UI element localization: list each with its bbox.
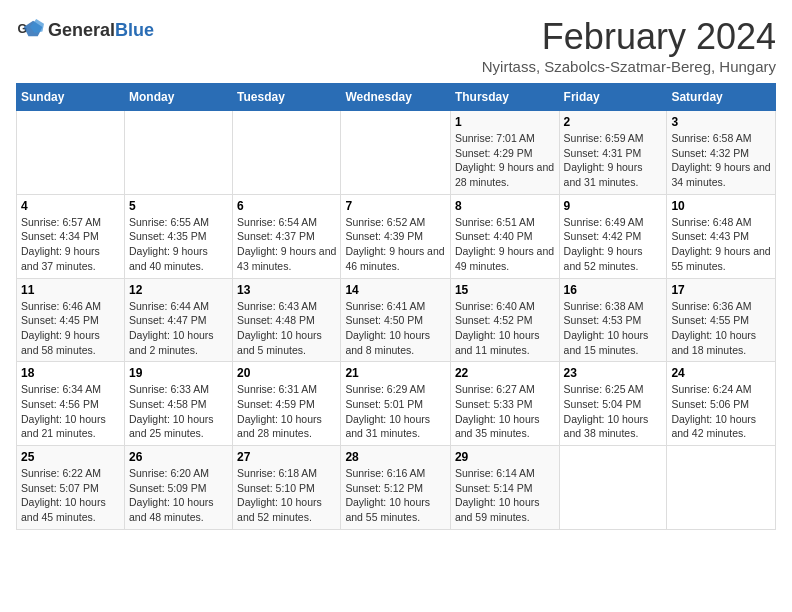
week-row-4: 18Sunrise: 6:34 AM Sunset: 4:56 PM Dayli… [17,362,776,446]
logo-blue: Blue [115,20,154,40]
week-row-5: 25Sunrise: 6:22 AM Sunset: 5:07 PM Dayli… [17,446,776,530]
logo-icon: G [16,16,44,44]
calendar-cell: 3Sunrise: 6:58 AM Sunset: 4:32 PM Daylig… [667,111,776,195]
calendar-cell [667,446,776,530]
calendar-cell: 28Sunrise: 6:16 AM Sunset: 5:12 PM Dayli… [341,446,451,530]
day-number: 17 [671,283,771,297]
calendar-cell: 22Sunrise: 6:27 AM Sunset: 5:33 PM Dayli… [450,362,559,446]
calendar-cell: 10Sunrise: 6:48 AM Sunset: 4:43 PM Dayli… [667,194,776,278]
day-info: Sunrise: 6:51 AM Sunset: 4:40 PM Dayligh… [455,215,555,274]
calendar-cell: 23Sunrise: 6:25 AM Sunset: 5:04 PM Dayli… [559,362,667,446]
calendar-cell: 26Sunrise: 6:20 AM Sunset: 5:09 PM Dayli… [124,446,232,530]
day-number: 28 [345,450,446,464]
day-number: 19 [129,366,228,380]
calendar-cell: 16Sunrise: 6:38 AM Sunset: 4:53 PM Dayli… [559,278,667,362]
day-number: 26 [129,450,228,464]
calendar-cell: 1Sunrise: 7:01 AM Sunset: 4:29 PM Daylig… [450,111,559,195]
day-number: 22 [455,366,555,380]
day-info: Sunrise: 6:55 AM Sunset: 4:35 PM Dayligh… [129,215,228,274]
calendar-cell [341,111,451,195]
day-info: Sunrise: 6:20 AM Sunset: 5:09 PM Dayligh… [129,466,228,525]
calendar-cell: 8Sunrise: 6:51 AM Sunset: 4:40 PM Daylig… [450,194,559,278]
calendar-cell [559,446,667,530]
calendar-body: 1Sunrise: 7:01 AM Sunset: 4:29 PM Daylig… [17,111,776,530]
day-info: Sunrise: 6:27 AM Sunset: 5:33 PM Dayligh… [455,382,555,441]
calendar-cell [233,111,341,195]
calendar-cell: 7Sunrise: 6:52 AM Sunset: 4:39 PM Daylig… [341,194,451,278]
day-number: 27 [237,450,336,464]
day-number: 12 [129,283,228,297]
day-info: Sunrise: 6:57 AM Sunset: 4:34 PM Dayligh… [21,215,120,274]
day-of-week-saturday: Saturday [667,84,776,111]
location-title: Nyirtass, Szabolcs-Szatmar-Bereg, Hungar… [482,58,776,75]
header: G GeneralBlue February 2024 Nyirtass, Sz… [16,16,776,75]
day-number: 5 [129,199,228,213]
day-number: 24 [671,366,771,380]
day-info: Sunrise: 6:48 AM Sunset: 4:43 PM Dayligh… [671,215,771,274]
day-number: 1 [455,115,555,129]
day-number: 3 [671,115,771,129]
calendar-cell: 14Sunrise: 6:41 AM Sunset: 4:50 PM Dayli… [341,278,451,362]
logo: G GeneralBlue [16,16,154,44]
day-info: Sunrise: 6:59 AM Sunset: 4:31 PM Dayligh… [564,131,663,190]
day-info: Sunrise: 6:38 AM Sunset: 4:53 PM Dayligh… [564,299,663,358]
calendar-cell: 11Sunrise: 6:46 AM Sunset: 4:45 PM Dayli… [17,278,125,362]
day-info: Sunrise: 6:52 AM Sunset: 4:39 PM Dayligh… [345,215,446,274]
calendar-cell: 15Sunrise: 6:40 AM Sunset: 4:52 PM Dayli… [450,278,559,362]
days-of-week-row: SundayMondayTuesdayWednesdayThursdayFrid… [17,84,776,111]
month-title: February 2024 [482,16,776,58]
day-number: 2 [564,115,663,129]
day-number: 6 [237,199,336,213]
calendar-cell: 17Sunrise: 6:36 AM Sunset: 4:55 PM Dayli… [667,278,776,362]
logo-general: General [48,20,115,40]
day-info: Sunrise: 7:01 AM Sunset: 4:29 PM Dayligh… [455,131,555,190]
day-info: Sunrise: 6:14 AM Sunset: 5:14 PM Dayligh… [455,466,555,525]
week-row-3: 11Sunrise: 6:46 AM Sunset: 4:45 PM Dayli… [17,278,776,362]
calendar-cell: 9Sunrise: 6:49 AM Sunset: 4:42 PM Daylig… [559,194,667,278]
day-number: 9 [564,199,663,213]
calendar-cell: 29Sunrise: 6:14 AM Sunset: 5:14 PM Dayli… [450,446,559,530]
calendar-table: SundayMondayTuesdayWednesdayThursdayFrid… [16,83,776,530]
day-number: 7 [345,199,446,213]
day-number: 14 [345,283,446,297]
calendar-cell [124,111,232,195]
day-info: Sunrise: 6:34 AM Sunset: 4:56 PM Dayligh… [21,382,120,441]
day-number: 25 [21,450,120,464]
week-row-2: 4Sunrise: 6:57 AM Sunset: 4:34 PM Daylig… [17,194,776,278]
day-of-week-tuesday: Tuesday [233,84,341,111]
day-number: 23 [564,366,663,380]
calendar-cell: 24Sunrise: 6:24 AM Sunset: 5:06 PM Dayli… [667,362,776,446]
day-info: Sunrise: 6:33 AM Sunset: 4:58 PM Dayligh… [129,382,228,441]
day-info: Sunrise: 6:29 AM Sunset: 5:01 PM Dayligh… [345,382,446,441]
day-info: Sunrise: 6:46 AM Sunset: 4:45 PM Dayligh… [21,299,120,358]
day-number: 18 [21,366,120,380]
day-info: Sunrise: 6:41 AM Sunset: 4:50 PM Dayligh… [345,299,446,358]
day-number: 4 [21,199,120,213]
week-row-1: 1Sunrise: 7:01 AM Sunset: 4:29 PM Daylig… [17,111,776,195]
day-of-week-wednesday: Wednesday [341,84,451,111]
calendar-cell: 5Sunrise: 6:55 AM Sunset: 4:35 PM Daylig… [124,194,232,278]
day-info: Sunrise: 6:16 AM Sunset: 5:12 PM Dayligh… [345,466,446,525]
calendar-cell [17,111,125,195]
day-number: 10 [671,199,771,213]
day-number: 16 [564,283,663,297]
day-info: Sunrise: 6:22 AM Sunset: 5:07 PM Dayligh… [21,466,120,525]
day-number: 29 [455,450,555,464]
day-info: Sunrise: 6:54 AM Sunset: 4:37 PM Dayligh… [237,215,336,274]
calendar-header: SundayMondayTuesdayWednesdayThursdayFrid… [17,84,776,111]
day-info: Sunrise: 6:31 AM Sunset: 4:59 PM Dayligh… [237,382,336,441]
calendar-cell: 4Sunrise: 6:57 AM Sunset: 4:34 PM Daylig… [17,194,125,278]
day-of-week-thursday: Thursday [450,84,559,111]
day-info: Sunrise: 6:24 AM Sunset: 5:06 PM Dayligh… [671,382,771,441]
day-of-week-monday: Monday [124,84,232,111]
calendar-cell: 12Sunrise: 6:44 AM Sunset: 4:47 PM Dayli… [124,278,232,362]
day-number: 11 [21,283,120,297]
day-info: Sunrise: 6:18 AM Sunset: 5:10 PM Dayligh… [237,466,336,525]
calendar-cell: 27Sunrise: 6:18 AM Sunset: 5:10 PM Dayli… [233,446,341,530]
day-info: Sunrise: 6:25 AM Sunset: 5:04 PM Dayligh… [564,382,663,441]
day-of-week-friday: Friday [559,84,667,111]
title-area: February 2024 Nyirtass, Szabolcs-Szatmar… [482,16,776,75]
day-number: 13 [237,283,336,297]
calendar-cell: 21Sunrise: 6:29 AM Sunset: 5:01 PM Dayli… [341,362,451,446]
day-number: 20 [237,366,336,380]
